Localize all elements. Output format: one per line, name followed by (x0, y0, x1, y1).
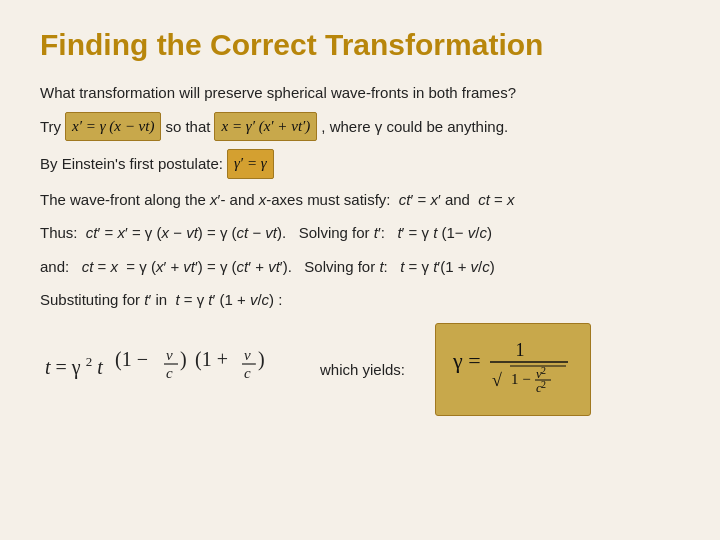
intro-text: What transformation will preserve spheri… (40, 80, 516, 106)
try-sothat: so that (165, 114, 210, 140)
einstein-text: By Einstein's first postulate: (40, 151, 223, 177)
slide: Finding the Correct Transformation What … (0, 0, 720, 540)
formula-row: t = γ 2 t (1 − v c ) (1 + v (40, 323, 680, 417)
gamma-formula-svg: γ = 1 √ 1 − v 2 c 2 (448, 330, 578, 402)
svg-text:√: √ (492, 370, 502, 390)
subst-text: Substituting for t′ in t = γ t′ (1 + v/c… (40, 287, 282, 313)
try-box1: x′ = γ (x − vt) (65, 112, 161, 142)
try-label: Try (40, 114, 61, 140)
slide-title: Finding the Correct Transformation (40, 28, 680, 62)
svg-text:): ) (180, 348, 187, 371)
and-text: and: ct = x = γ (x′ + vt′) = γ (ct′ + vt… (40, 254, 495, 280)
svg-text:1 −: 1 − (511, 371, 531, 387)
svg-text:2: 2 (541, 365, 546, 376)
svg-text:): ) (258, 348, 265, 371)
try-box2: x = γ′ (x′ + vt′) (214, 112, 317, 142)
svg-text:c: c (166, 365, 173, 381)
svg-text:γ =: γ = (452, 348, 481, 373)
line-einstein: By Einstein's first postulate: γ′ = γ (40, 149, 680, 179)
svg-text:v: v (244, 347, 251, 363)
gamma-formula-box: γ = 1 √ 1 − v 2 c 2 (435, 323, 591, 417)
t-formula-svg: t = γ 2 t (1 − v c ) (1 + v (40, 326, 280, 406)
which-yields-label: which yields: (320, 357, 405, 383)
svg-text:1: 1 (516, 340, 525, 360)
svg-text:t
             = γ
           : t = γ 2 t (45, 348, 103, 379)
line-intro: What transformation will preserve spheri… (40, 80, 680, 106)
try-where: , where γ could be anything. (321, 114, 508, 140)
slide-content: What transformation will preserve spheri… (40, 80, 680, 416)
einstein-box: γ′ = γ (227, 149, 274, 179)
wavefront-text: The wave-front along the x′- and x-axes … (40, 187, 515, 213)
line-wavefront: The wave-front along the x′- and x-axes … (40, 187, 680, 213)
svg-text:c: c (244, 365, 251, 381)
line-and: and: ct = x = γ (x′ + vt′) = γ (ct′ + vt… (40, 254, 680, 280)
t-formula-container: t = γ 2 t (1 − v c ) (1 + v (40, 326, 280, 414)
svg-text:(1 −: (1 − (115, 348, 148, 371)
line-thus: Thus: ct′ = x′ = γ (x − vt) = γ (ct − vt… (40, 220, 680, 246)
line-try: Try x′ = γ (x − vt) so that x = γ′ (x′ +… (40, 112, 680, 142)
svg-text:(1 +: (1 + (195, 348, 228, 371)
svg-text:v: v (166, 347, 173, 363)
line-subst: Substituting for t′ in t = γ t′ (1 + v/c… (40, 287, 680, 313)
svg-text:2: 2 (541, 379, 546, 390)
thus-text: Thus: ct′ = x′ = γ (x − vt) = γ (ct − vt… (40, 220, 492, 246)
